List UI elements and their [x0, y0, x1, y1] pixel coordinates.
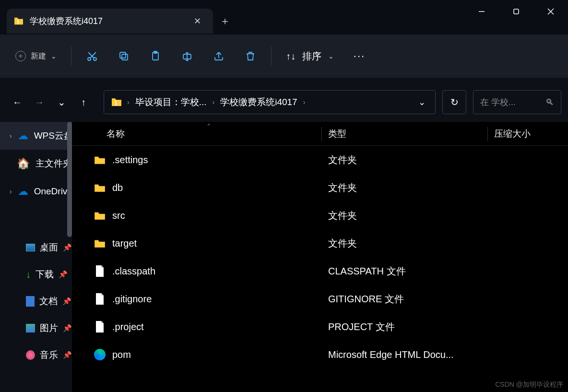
file-icon [93, 321, 106, 333]
sort-button[interactable]: ↑↓ 排序 ⌄ [277, 44, 343, 69]
column-name[interactable]: 名称 [106, 128, 125, 140]
file-type: 文件夹 [328, 154, 357, 166]
file-type: GITIGNORE 文件 [328, 293, 404, 306]
file-row[interactable]: db文件夹 [72, 174, 568, 202]
tab-title: 学校缴费系统i4017 [30, 15, 184, 27]
sort-label: 排序 [302, 50, 321, 63]
breadcrumb[interactable]: › 毕设项目：学校... › 学校缴费系统i4017 › ⌄ [104, 90, 436, 114]
folder-zip-icon [111, 97, 122, 107]
rename-button[interactable] [172, 44, 202, 69]
column-type[interactable]: 类型 [328, 128, 346, 140]
file-row[interactable]: target文件夹 [72, 229, 568, 257]
scrollbar[interactable] [67, 122, 72, 392]
sidebar-quick-label: 音乐 [40, 349, 58, 361]
file-name: .gitignore [112, 294, 152, 305]
chevron-right-icon: › [10, 188, 12, 195]
search-input[interactable]: 在 学校... 🔍︎ [473, 90, 561, 114]
main: › ☁ WPS云盘 🏠 主文件夹 › ☁ OneDrive 桌面 📌 ↓ 下载 … [0, 122, 568, 392]
svg-rect-9 [122, 54, 128, 60]
desktop-icon [26, 244, 35, 251]
tab-close-button[interactable]: ✕ [190, 14, 204, 28]
file-type: 文件夹 [328, 181, 357, 194]
chevron-right-icon: › [212, 98, 216, 106]
new-tab-button[interactable]: ＋ [213, 9, 237, 34]
watermark: CSDN @加明毕设程序 [495, 380, 563, 389]
separator [71, 47, 71, 66]
up-button[interactable]: ↑ [73, 92, 94, 113]
download-icon: ↓ [26, 269, 31, 280]
chevron-down-icon: ⌄ [328, 52, 334, 60]
sidebar-quick-documents[interactable]: 文档 📌 [0, 288, 72, 315]
refresh-button[interactable]: ↻ [442, 90, 466, 114]
search-icon: 🔍︎ [545, 97, 554, 107]
folder-icon [93, 154, 106, 166]
file-icon [93, 293, 106, 305]
recent-button[interactable]: ⌄ [51, 92, 72, 113]
sidebar-quick-music[interactable]: 音乐 📌 [0, 342, 72, 368]
sidebar-quick-label: 桌面 [40, 241, 58, 254]
new-button[interactable]: + 新建 ⌄ [7, 44, 65, 69]
close-button[interactable] [533, 0, 568, 23]
file-type: PROJECT 文件 [328, 321, 395, 333]
folder-zip-icon [13, 17, 24, 25]
delete-button[interactable] [236, 44, 265, 69]
file-type: 文件夹 [328, 237, 357, 250]
share-button[interactable] [204, 44, 234, 69]
search-placeholder: 在 学校... [480, 96, 516, 108]
column-size[interactable]: 压缩大小 [494, 128, 531, 140]
pin-icon: 📌 [59, 270, 68, 279]
more-button[interactable]: ··· [344, 44, 374, 69]
paste-button[interactable] [141, 44, 170, 69]
image-icon [26, 324, 35, 333]
copy-button[interactable] [109, 44, 139, 69]
chevron-right-icon: › [10, 132, 12, 140]
home-icon: 🏠 [17, 157, 30, 170]
minimize-button[interactable] [464, 0, 499, 23]
file-row[interactable]: .settings文件夹 [72, 146, 568, 174]
sidebar-quick-desktop[interactable]: 桌面 📌 [0, 234, 72, 261]
sidebar-quick-label: 文档 [39, 295, 58, 308]
sidebar-item-label: OneDrive [34, 186, 72, 197]
navbar: ← → ⌄ ↑ › 毕设项目：学校... › 学校缴费系统i4017 › ⌄ ↻… [0, 83, 568, 122]
sidebar-item-home[interactable]: 🏠 主文件夹 [0, 150, 72, 178]
tab-active[interactable]: 学校缴费系统i4017 ✕ [7, 9, 213, 34]
svg-rect-0 [17, 19, 19, 24]
separator [271, 47, 272, 66]
breadcrumb-segment[interactable]: 毕设项目：学校... [131, 96, 211, 108]
chevron-down-icon: ⌄ [51, 52, 57, 60]
sidebar-quick-pictures[interactable]: 图片 📌 [0, 315, 72, 342]
column-separator[interactable] [321, 127, 322, 141]
cut-button[interactable] [77, 44, 107, 69]
file-name: .classpath [112, 266, 155, 277]
sidebar-item-wps[interactable]: › ☁ WPS云盘 [0, 122, 72, 150]
chevron-right-icon: › [126, 98, 130, 106]
music-icon [26, 350, 35, 360]
titlebar: 学校缴费系统i4017 ✕ ＋ [0, 0, 568, 35]
scrollbar-thumb[interactable] [67, 122, 72, 237]
file-row[interactable]: .gitignoreGITIGNORE 文件 [72, 285, 568, 313]
folder-icon [93, 209, 106, 222]
file-type: 文件夹 [328, 209, 357, 222]
sidebar-quick-downloads[interactable]: ↓ 下载 📌 [0, 261, 72, 288]
svg-rect-2 [514, 9, 519, 14]
back-button[interactable]: ← [7, 92, 28, 113]
file-name: .project [112, 321, 144, 333]
svg-rect-10 [120, 52, 126, 58]
file-row[interactable]: pomMicrosoft Edge HTML Docu... [72, 341, 568, 368]
sidebar-item-label: WPS云盘 [34, 130, 72, 142]
forward-button[interactable]: → [29, 92, 50, 113]
file-name: src [112, 210, 125, 221]
sidebar-item-onedrive[interactable]: › ☁ OneDrive [0, 178, 72, 205]
maximize-button[interactable] [499, 0, 533, 23]
file-name: target [112, 238, 137, 249]
file-row[interactable]: .classpathCLASSPATH 文件 [72, 257, 568, 285]
edge-icon [93, 348, 106, 361]
file-row[interactable]: .projectPROJECT 文件 [72, 313, 568, 341]
breadcrumb-expand[interactable]: ⌄ [412, 97, 431, 107]
plus-circle-icon: + [15, 51, 26, 61]
breadcrumb-segment[interactable]: 学校缴费系统i4017 [216, 96, 301, 108]
column-separator[interactable] [487, 127, 488, 141]
cloud-icon: ☁ [18, 130, 28, 142]
file-row[interactable]: src文件夹 [72, 202, 568, 229]
folder-icon [93, 237, 106, 249]
